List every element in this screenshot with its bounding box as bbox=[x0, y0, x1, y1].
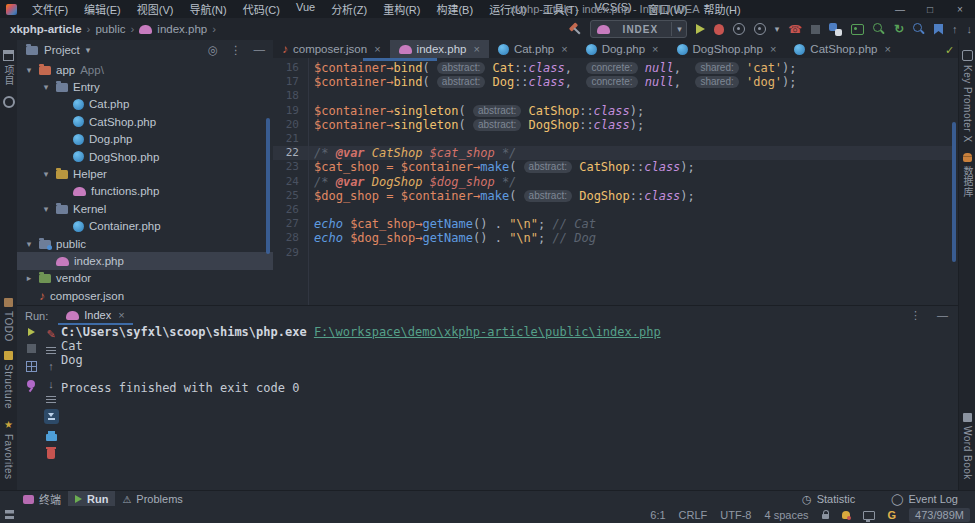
sync-icon[interactable]: ↻ bbox=[894, 22, 904, 36]
problems-toolwindow-button[interactable]: ⚠ Problems bbox=[115, 491, 189, 507]
file-encoding[interactable]: UTF-8 bbox=[720, 509, 751, 521]
editor-tab-Dog.php[interactable]: Dog.php× bbox=[577, 40, 668, 58]
chevron-down-icon[interactable]: ▾ bbox=[677, 24, 682, 34]
down-arrow-icon[interactable]: ↓ bbox=[967, 23, 973, 35]
attach-debugger-icon[interactable]: ☎ bbox=[788, 23, 802, 36]
soft-wrap-icon[interactable] bbox=[46, 396, 56, 403]
project-panel-header[interactable]: Project ▾ ◎ ⋮ — bbox=[17, 40, 273, 60]
breadcrumb-item-2[interactable]: index.php bbox=[157, 23, 207, 35]
close-icon[interactable]: × bbox=[770, 43, 776, 55]
tree-item-CatShop.php[interactable]: CatShop.php bbox=[17, 113, 273, 130]
close-icon[interactable]: × bbox=[374, 43, 380, 55]
tree-item-Kernel[interactable]: ▾Kernel bbox=[17, 200, 273, 217]
locate-file-icon[interactable]: ◎ bbox=[208, 43, 218, 57]
notification-icon[interactable] bbox=[842, 511, 850, 519]
debug-button[interactable] bbox=[714, 24, 724, 35]
code-line-28[interactable]: echo $dog_shop→getName() . "\n"; // Dog bbox=[314, 231, 797, 245]
hide-panel-icon[interactable]: — bbox=[937, 309, 948, 322]
breadcrumb-item-1[interactable]: public bbox=[95, 23, 125, 35]
search-blue-icon[interactable] bbox=[913, 23, 922, 32]
editor-tab-index.php[interactable]: index.php× bbox=[390, 40, 489, 58]
bookmark-icon[interactable] bbox=[934, 24, 943, 35]
stripe-item-TODO[interactable]: TODO bbox=[3, 298, 14, 342]
stripe-item-Word Book[interactable]: Word Book bbox=[962, 413, 973, 480]
tree-item-composer.json[interactable]: ♪composer.json bbox=[17, 287, 273, 304]
menu-item-7[interactable]: 重构(R) bbox=[376, 0, 427, 19]
code-line-21[interactable] bbox=[314, 132, 797, 146]
run-button[interactable] bbox=[696, 24, 705, 34]
run-config-selector[interactable]: INDEX ▾ bbox=[590, 20, 687, 38]
print-icon[interactable] bbox=[46, 434, 57, 441]
tree-item-functions.php[interactable]: functions.php bbox=[17, 183, 273, 200]
chevron-down-icon[interactable]: ▾ bbox=[41, 169, 51, 179]
pin-tab-icon[interactable] bbox=[27, 380, 35, 388]
stripe-item-Favorites[interactable]: ★Favorites bbox=[3, 419, 14, 480]
readonly-lock-icon[interactable] bbox=[822, 514, 829, 519]
code-line-16[interactable]: $container→bind( abstract: Cat::class, c… bbox=[314, 61, 797, 75]
menu-item-0[interactable]: 文件(F) bbox=[25, 0, 75, 19]
minimize-icon[interactable]: — bbox=[885, 0, 915, 18]
code-line-25[interactable]: $dog_shop = $container→make( abstract: D… bbox=[314, 189, 797, 203]
run-tab-index[interactable]: Index × bbox=[58, 306, 132, 325]
capture-icon[interactable] bbox=[851, 24, 864, 35]
code-editor[interactable]: $container→bind( abstract: Cat::class, c… bbox=[314, 61, 797, 260]
console-file-link[interactable]: F:\workspace\demo\xkphp-article\public\i… bbox=[314, 325, 661, 339]
tree-scrollbar[interactable] bbox=[266, 118, 270, 254]
translate-icon[interactable] bbox=[829, 23, 842, 36]
google-translate-icon[interactable]: G bbox=[888, 509, 897, 521]
chevron-down-icon[interactable]: ▾ bbox=[41, 82, 51, 92]
editor-tab-DogShop.php[interactable]: DogShop.php× bbox=[668, 40, 786, 58]
tree-item-Dog.php[interactable]: Dog.php bbox=[17, 131, 273, 148]
editor-gutter[interactable]: 1617181920212223242526272829 bbox=[273, 61, 299, 260]
tree-item-index.php[interactable]: index.php bbox=[17, 252, 297, 269]
menu-item-5[interactable]: Vue bbox=[289, 0, 322, 19]
code-line-20[interactable]: $container→singleton( abstract: DogShop:… bbox=[314, 118, 797, 132]
close-icon[interactable]: × bbox=[652, 43, 658, 55]
menu-item-6[interactable]: 分析(Z) bbox=[324, 0, 374, 19]
run-toolwindow-button[interactable]: Run bbox=[68, 491, 115, 507]
chevron-down-icon[interactable]: ▾ bbox=[24, 65, 34, 75]
code-line-22[interactable]: /* @var CatShop $cat_shop */ bbox=[314, 146, 797, 160]
tree-item-public[interactable]: ▾public bbox=[17, 235, 273, 252]
code-line-19[interactable]: $container→singleton( abstract: CatShop:… bbox=[314, 104, 797, 118]
more-options-icon[interactable]: ⋮ bbox=[910, 309, 921, 322]
code-line-27[interactable]: echo $cat_shop→getName() . "\n"; // Cat bbox=[314, 217, 797, 231]
up-stack-trace-icon[interactable]: ↑ bbox=[48, 360, 54, 372]
code-line-23[interactable]: $cat_shop = $container→make( abstract: C… bbox=[314, 160, 797, 174]
close-icon[interactable]: × bbox=[884, 43, 890, 55]
menu-item-2[interactable]: 视图(V) bbox=[130, 0, 181, 19]
stripe-item-数据库[interactable]: 数据库 bbox=[960, 153, 975, 198]
memory-indicator[interactable]: 473/989M bbox=[909, 508, 970, 522]
restore-layout-icon[interactable] bbox=[46, 347, 56, 354]
screencast-icon[interactable] bbox=[863, 511, 875, 520]
indent-style[interactable]: 4 spaces bbox=[764, 509, 808, 521]
profiler-button[interactable] bbox=[754, 23, 766, 35]
restore-icon[interactable]: □ bbox=[915, 0, 945, 18]
tree-item-Cat.php[interactable]: Cat.php bbox=[17, 96, 273, 113]
stripe-item-项目[interactable]: 项目 bbox=[1, 50, 16, 86]
hide-panel-icon[interactable]: — bbox=[254, 43, 266, 57]
terminal-toolwindow-button[interactable]: 终端 bbox=[16, 491, 68, 507]
close-icon[interactable]: × bbox=[118, 309, 124, 321]
breadcrumb-item-0[interactable]: xkphp-article bbox=[10, 23, 82, 35]
tree-item-DogShop.php[interactable]: DogShop.php bbox=[17, 148, 273, 165]
rerun-icon[interactable] bbox=[28, 328, 35, 336]
menu-item-4[interactable]: 代码(C) bbox=[236, 0, 287, 19]
chevron-down-icon[interactable]: ▾ bbox=[24, 239, 34, 249]
code-line-26[interactable] bbox=[314, 203, 797, 217]
tree-item-app[interactable]: ▾app App\ bbox=[17, 61, 273, 78]
coverage-button[interactable] bbox=[733, 23, 745, 35]
menu-item-3[interactable]: 导航(N) bbox=[182, 0, 233, 19]
close-icon[interactable]: × bbox=[561, 43, 567, 55]
up-arrow-icon[interactable]: ↑ bbox=[952, 23, 958, 35]
tree-item-Entry[interactable]: ▾Entry bbox=[17, 78, 273, 95]
scroll-to-end-icon[interactable] bbox=[44, 409, 59, 424]
editor-scrollbar[interactable] bbox=[952, 122, 956, 262]
search-green-icon[interactable] bbox=[873, 23, 882, 32]
chevron-right-icon[interactable]: ▸ bbox=[24, 273, 34, 283]
tree-item-Container.php[interactable]: Container.php bbox=[17, 218, 273, 235]
editor-tab-Cat.php[interactable]: Cat.php× bbox=[489, 40, 577, 58]
run-dashboard-icon[interactable] bbox=[26, 361, 37, 372]
tree-item-vendor[interactable]: ▸vendor bbox=[17, 270, 273, 287]
code-line-17[interactable]: $container→bind( abstract: Dog::class, c… bbox=[314, 75, 797, 89]
